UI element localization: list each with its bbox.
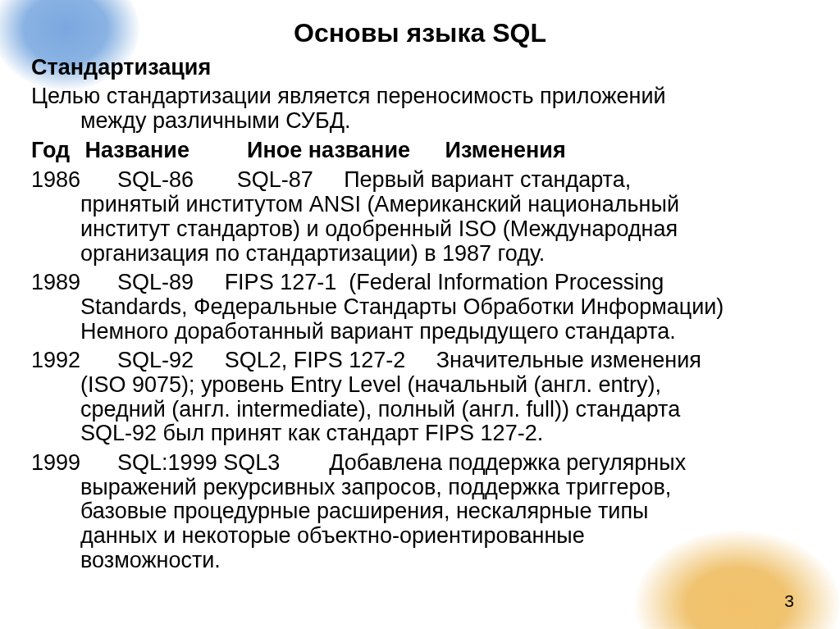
- entry-cont: выражений рекурсивных запросов, поддержк…: [31, 476, 810, 500]
- entry-cont: институт стандартов) и одобренный ISO (М…: [31, 217, 810, 242]
- entry-cont: базовые процедурные расширения, нескаляр…: [31, 499, 810, 524]
- intro-line-1: Целью стандартизации является переносимо…: [31, 84, 666, 108]
- page-number: 3: [784, 591, 794, 611]
- columns-header: Год Название Иное название Изменения: [31, 138, 810, 163]
- entry-cont: Standards, Федеральные Стандарты Обработ…: [31, 295, 810, 320]
- col-name: Название: [85, 138, 241, 163]
- section-heading: Стандартизация: [31, 55, 810, 80]
- entry-cont: средний (англ. intermediate), полный (ан…: [31, 398, 810, 422]
- page-title: Основы языка SQL: [30, 18, 810, 48]
- entry-cont: (ISO 9075); уровень Entry Level (начальн…: [31, 373, 810, 398]
- entry-cont: организация по стандартизации) в 1987 го…: [31, 242, 810, 267]
- entry-cont: возможности.: [31, 549, 810, 573]
- entry-cont: данных и некоторые объектно-ориентирован…: [31, 524, 810, 549]
- standard-entry: 1999 SQL:1999 SQL3 Добавлена поддержка р…: [31, 451, 810, 572]
- entry-first-line: 1992 SQL-92 SQL2, FIPS 127-2 Значительны…: [31, 348, 701, 372]
- intro-paragraph: Целью стандартизации является переносимо…: [31, 84, 810, 133]
- entry-cont: принятый институтом ANSI (Американский н…: [31, 193, 810, 217]
- standard-entry: 1992 SQL-92 SQL2, FIPS 127-2 Значительны…: [31, 349, 810, 446]
- intro-line-2: между различными СУБД.: [31, 108, 810, 133]
- slide-content: Основы языка SQL Стандартизация Целью ст…: [0, 0, 840, 572]
- col-changes: Изменения: [445, 138, 566, 163]
- entry-first-line: 1989 SQL-89 FIPS 127-1 (Federal Informat…: [31, 270, 664, 294]
- col-year: Год: [31, 138, 79, 163]
- entry-first-line: 1986 SQL-86 SQL-87 Первый вариант станда…: [31, 167, 631, 192]
- entry-cont: SQL-92 был принят как стандарт FIPS 127-…: [31, 422, 810, 446]
- standard-entry: 1989 SQL-89 FIPS 127-1 (Federal Informat…: [31, 271, 810, 344]
- entry-cont: Немного доработанный вариант предыдущего…: [31, 320, 810, 344]
- entry-first-line: 1999 SQL:1999 SQL3 Добавлена поддержка р…: [31, 450, 686, 475]
- standard-entry: 1986 SQL-86 SQL-87 Первый вариант станда…: [31, 168, 810, 266]
- col-altname: Иное название: [247, 138, 439, 163]
